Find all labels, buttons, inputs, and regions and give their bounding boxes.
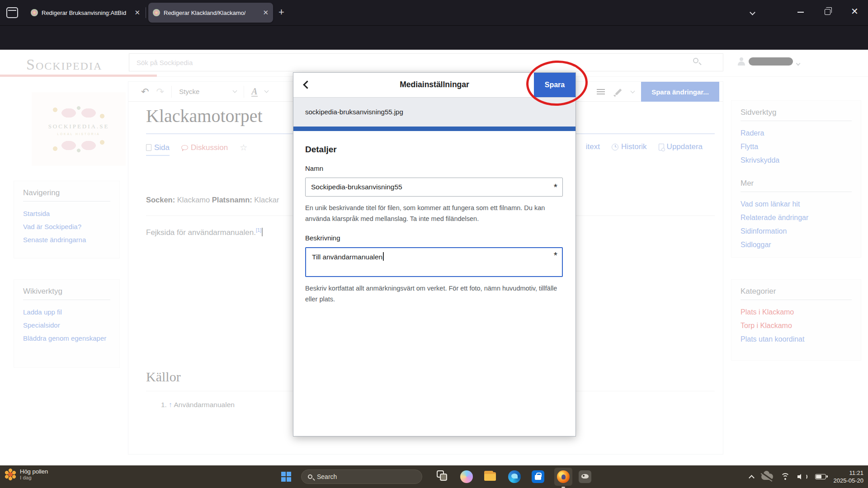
task-view-icon[interactable] bbox=[437, 470, 449, 483]
weather-widget[interactable]: Hög pollen I dag bbox=[5, 468, 48, 480]
taskbar-search-box[interactable]: Search bbox=[301, 469, 422, 484]
onedrive-paused-icon[interactable] bbox=[761, 474, 773, 480]
tab-title: Redigerar Bruksanvisning:AttBid bbox=[42, 9, 126, 16]
name-input[interactable] bbox=[305, 178, 563, 197]
site-favicon bbox=[153, 9, 160, 16]
hidden-icons-chevron[interactable] bbox=[749, 475, 755, 481]
description-value: Till användarmanualen bbox=[312, 253, 382, 261]
tab-title: Redigerar Klackland/Klackamo/ bbox=[164, 9, 245, 16]
microsoft-store-icon[interactable] bbox=[532, 470, 544, 483]
browser-tab-bar: Redigerar Bruksanvisning:AttBid ✕ Redige… bbox=[0, 0, 868, 25]
tab-list-chevron-icon[interactable] bbox=[750, 8, 755, 16]
upload-progress-bar bbox=[293, 127, 576, 131]
clock-date: 2025-05-20 bbox=[834, 477, 864, 484]
system-tray: 11:21 2025-05-20 bbox=[750, 465, 864, 488]
copilot-icon[interactable] bbox=[460, 470, 473, 483]
description-help-text: Beskriv kortfattat allt anmärkningsvärt … bbox=[305, 283, 563, 305]
description-field-label: Beskrivning bbox=[305, 234, 563, 242]
taskbar-clock[interactable]: 11:21 2025-05-20 bbox=[834, 469, 864, 484]
window-close-button[interactable]: ✕ bbox=[851, 6, 859, 17]
search-icon bbox=[308, 474, 312, 479]
name-help-text: En unik beskrivande titel för filen, som… bbox=[305, 202, 563, 224]
browser-tab-active[interactable]: Redigerar Klackland/Klackamo/ ✕ bbox=[148, 3, 273, 23]
required-asterisk: * bbox=[554, 182, 557, 192]
tab-close-icon[interactable]: ✕ bbox=[263, 9, 269, 17]
wifi-icon[interactable] bbox=[781, 473, 790, 480]
file-explorer-icon[interactable] bbox=[484, 470, 496, 483]
window-minimize-button[interactable] bbox=[797, 12, 804, 13]
window-maximize-button[interactable] bbox=[825, 9, 830, 15]
media-settings-dialog: Mediainställningar Spara sockipedia-bruk… bbox=[293, 72, 576, 436]
new-tab-button[interactable]: + bbox=[278, 6, 284, 18]
site-favicon bbox=[31, 9, 38, 16]
image-editor-icon[interactable] bbox=[579, 470, 591, 483]
battery-icon[interactable] bbox=[815, 474, 826, 479]
tab-separator bbox=[146, 7, 146, 18]
tab-close-icon[interactable]: ✕ bbox=[134, 9, 140, 17]
windows-start-icon[interactable] bbox=[281, 472, 291, 482]
weather-title: Hög pollen bbox=[20, 468, 48, 475]
browser-nav-bar: ← → ⟳ sockipedia.se/w/index.php?title=Kl… bbox=[0, 25, 868, 50]
clock-time: 11:21 bbox=[834, 469, 864, 477]
firefox-active-app[interactable] bbox=[554, 468, 572, 486]
details-heading: Detaljer bbox=[305, 145, 563, 155]
firefox-icon bbox=[557, 470, 570, 483]
search-label: Search bbox=[317, 473, 337, 480]
edge-browser-icon[interactable] bbox=[508, 470, 521, 483]
file-name-row[interactable]: sockipedia-bruksanvisning55.jpg bbox=[293, 98, 576, 127]
windows-taskbar: Hög pollen I dag Search 11:21 2025-05-20 bbox=[0, 465, 868, 488]
weather-subtitle: I dag bbox=[20, 475, 48, 480]
firefox-view-icon[interactable] bbox=[6, 7, 18, 18]
volume-icon[interactable] bbox=[797, 474, 802, 479]
required-asterisk: * bbox=[554, 250, 557, 261]
name-field-label: Namn bbox=[305, 164, 563, 172]
description-textarea[interactable]: Till användarmanualen * bbox=[305, 247, 563, 277]
volume-waves bbox=[804, 474, 807, 479]
browser-tab-inactive[interactable]: Redigerar Bruksanvisning:AttBid ✕ bbox=[26, 0, 145, 25]
text-cursor bbox=[383, 252, 384, 261]
pollen-flower-icon bbox=[5, 469, 16, 480]
dialog-body: Detaljer Namn * En unik beskrivande tite… bbox=[293, 131, 576, 305]
